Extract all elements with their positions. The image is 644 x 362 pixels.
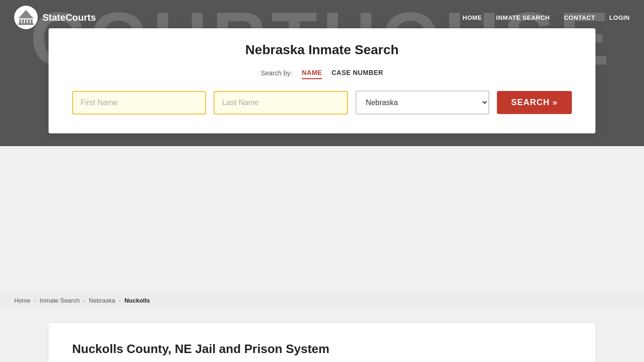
breadcrumb-sep-3: ›: [119, 298, 121, 304]
svg-rect-5: [18, 23, 33, 25]
brand-name: StateCourts: [42, 12, 96, 23]
search-card-wrapper: Nebraska Inmate Search Search by: NAME C…: [49, 28, 595, 133]
breadcrumb-nebraska[interactable]: Nebraska: [89, 297, 116, 304]
search-inputs-row: Nebraska SEARCH »: [72, 90, 572, 115]
main-content: Nuckolls County, NE Jail and Prison Syst…: [25, 309, 619, 362]
nav-contact[interactable]: CONTACT: [564, 14, 595, 21]
nav-inmate-search[interactable]: INMATE SEARCH: [496, 14, 550, 21]
breadcrumb: Home › Inmate Search › Nebraska › Nuckol…: [0, 292, 644, 309]
info-card-title: Nuckolls County, NE Jail and Prison Syst…: [72, 342, 572, 356]
state-select[interactable]: Nebraska: [355, 90, 489, 115]
logo-area[interactable]: StateCourts: [14, 6, 96, 29]
tab-name[interactable]: NAME: [302, 67, 322, 79]
search-title: Nebraska Inmate Search: [72, 42, 572, 58]
breadcrumb-current: Nuckolls: [124, 297, 150, 304]
search-card: Nebraska Inmate Search Search by: NAME C…: [49, 28, 595, 133]
search-by-row: Search by: NAME CASE NUMBER: [72, 67, 572, 79]
nav-home[interactable]: HOME: [462, 14, 482, 21]
breadcrumb-home[interactable]: Home: [14, 297, 31, 304]
search-by-label: Search by:: [261, 69, 292, 77]
svg-marker-6: [18, 10, 33, 18]
logo-icon: [14, 6, 38, 29]
search-button[interactable]: SEARCH »: [497, 91, 572, 114]
nav-login[interactable]: LOGIN: [609, 14, 630, 21]
info-card: Nuckolls County, NE Jail and Prison Syst…: [49, 323, 595, 362]
header: COURTHOUSE StateCourts: [0, 0, 644, 146]
breadcrumb-sep-1: ›: [34, 298, 36, 304]
nav-links: HOME INMATE SEARCH CONTACT LOGIN: [462, 14, 630, 21]
breadcrumb-sep-2: ›: [83, 298, 85, 304]
first-name-input[interactable]: [72, 91, 206, 115]
breadcrumb-inmate-search[interactable]: Inmate Search: [40, 297, 80, 304]
last-name-input[interactable]: [214, 91, 347, 115]
tab-case-number[interactable]: CASE NUMBER: [331, 67, 383, 79]
